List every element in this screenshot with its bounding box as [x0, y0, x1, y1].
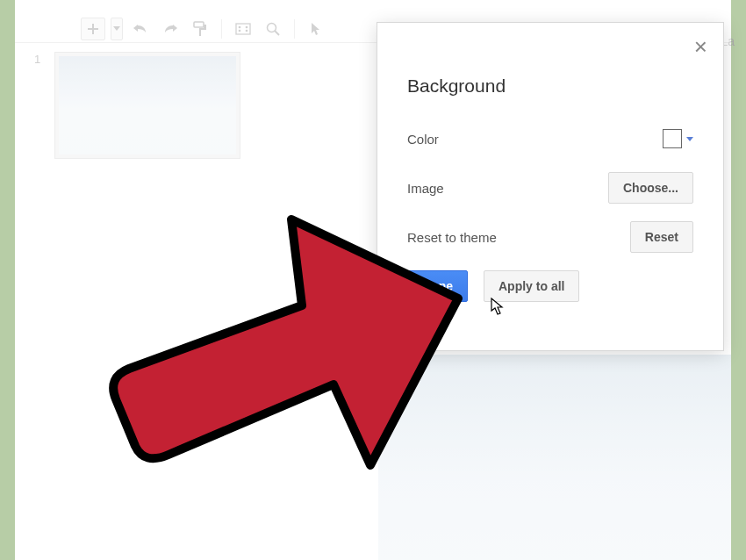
- paint-format-button[interactable]: [188, 18, 212, 40]
- slide-canvas[interactable]: [378, 355, 731, 560]
- reset-button[interactable]: Reset: [630, 221, 693, 253]
- redo-button[interactable]: [158, 18, 183, 40]
- svg-point-5: [246, 29, 248, 32]
- undo-button[interactable]: [128, 18, 153, 40]
- app-frame: La 1 × Background Color Image Choose... …: [15, 0, 731, 560]
- cursor-icon: [311, 22, 321, 36]
- svg-point-4: [239, 29, 241, 32]
- reset-label: Reset to theme: [407, 230, 497, 245]
- reset-row: Reset to theme Reset: [407, 221, 693, 253]
- close-button[interactable]: ×: [694, 39, 707, 54]
- dialog-actions: Done Apply to all: [407, 270, 693, 302]
- svg-rect-1: [236, 24, 250, 34]
- zoom-button[interactable]: [261, 18, 285, 40]
- slide-thumbnail[interactable]: [55, 53, 240, 158]
- close-icon: ×: [694, 33, 707, 60]
- slide-number: 1: [34, 53, 40, 66]
- chevron-down-icon: [113, 26, 120, 31]
- undo-icon: [133, 23, 148, 35]
- image-label: Image: [407, 181, 444, 196]
- color-picker[interactable]: [663, 129, 693, 148]
- choose-image-button[interactable]: Choose...: [608, 172, 693, 204]
- mouse-cursor-icon: [491, 298, 505, 315]
- paint-roller-icon: [193, 21, 207, 37]
- background-dialog: × Background Color Image Choose... Reset…: [377, 22, 724, 351]
- svg-line-7: [275, 31, 279, 35]
- zoom-fit-button[interactable]: [231, 18, 255, 40]
- svg-rect-0: [194, 22, 204, 27]
- zoom-icon: [266, 22, 280, 36]
- redo-icon: [162, 23, 178, 35]
- fit-icon: [235, 23, 251, 35]
- done-button[interactable]: Done: [407, 270, 468, 302]
- dialog-title: Background: [407, 75, 693, 97]
- plus-icon: [88, 24, 98, 34]
- svg-point-3: [246, 25, 248, 28]
- color-swatch-box: [663, 129, 682, 148]
- svg-point-2: [239, 25, 241, 28]
- image-row: Image Choose...: [407, 172, 693, 204]
- chevron-down-icon: [686, 137, 693, 141]
- select-tool-button[interactable]: [304, 18, 328, 40]
- toolbar-separator: [294, 19, 295, 39]
- new-slide-button[interactable]: [81, 18, 105, 40]
- color-label: Color: [407, 132, 439, 147]
- color-row: Color: [407, 123, 693, 154]
- new-slide-dropdown[interactable]: [111, 18, 123, 40]
- toolbar-separator: [221, 19, 222, 39]
